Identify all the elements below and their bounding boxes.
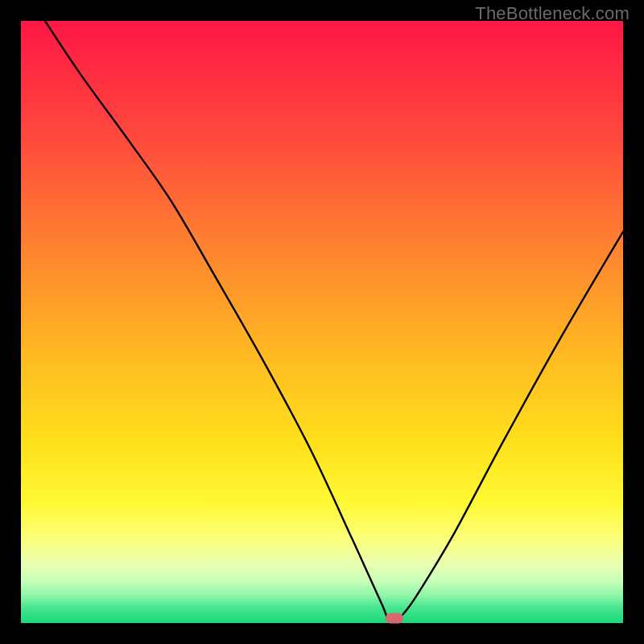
chart-curve-layer [21, 21, 623, 623]
bottleneck-curve-path [45, 21, 623, 621]
plot-outer [21, 21, 623, 623]
optimum-marker [386, 613, 403, 624]
chart-frame: TheBottleneck.com [0, 0, 644, 644]
watermark-text: TheBottleneck.com [475, 3, 630, 24]
